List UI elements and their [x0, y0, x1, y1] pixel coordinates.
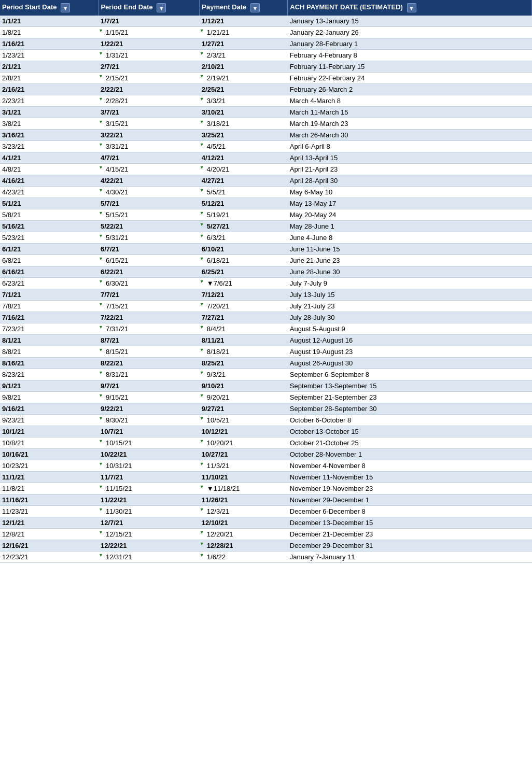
table-row: 9/23/21▼9/30/21▼10/5/21October 6-October… [0, 415, 532, 426]
ach-payment-cell: May 20-May 24 [288, 209, 532, 221]
period-start-cell: 7/16/21 [0, 312, 99, 323]
period-end-cell: ▼5/31/21 [99, 232, 200, 244]
payment-date-cell: ▼4/5/21 [200, 141, 288, 152]
ach-payment-cell: May 13-May 17 [288, 198, 532, 209]
payment-date-cell: 1/27/21 [200, 38, 288, 50]
period-end-cell: 11/7/21 [99, 472, 200, 483]
table-row: 10/1/2110/7/2110/12/21October 13-October… [0, 426, 532, 437]
period-end-cell: ▼2/28/21 [99, 95, 200, 107]
green-arrow-payment-icon: ▼ [200, 96, 204, 102]
table-row: 9/8/21▼9/15/21▼9/20/21September 21-Septe… [0, 392, 532, 403]
table-row: 12/16/2112/22/21▼12/28/21December 29-Dec… [0, 540, 532, 552]
green-arrow-icon: ▼ [99, 324, 103, 330]
ach-payment-cell: December 13-December 15 [288, 517, 532, 529]
period-end-cell: 12/7/21 [99, 517, 200, 529]
period-start-cell: 12/8/21 [0, 529, 99, 540]
sort-period-end[interactable]: ▼ [157, 3, 166, 12]
ach-payment-cell: October 21-October 25 [288, 437, 532, 449]
sort-ach-payment[interactable]: ▼ [407, 3, 416, 12]
period-end-cell: 11/22/21 [99, 494, 200, 506]
payment-date-cell: 3/25/21 [200, 130, 288, 141]
period-start-cell: 4/1/21 [0, 152, 99, 164]
green-arrow-icon: ▼ [99, 28, 103, 33]
payment-date-cell: ▼9/3/21 [200, 369, 288, 380]
green-arrow-icon: ▼ [99, 256, 103, 261]
period-end-cell: 9/7/21 [99, 380, 200, 392]
period-end-cell: ▼11/15/21 [99, 483, 200, 494]
table-row: 3/1/213/7/213/10/21March 11-March 15 [0, 107, 532, 118]
payment-date-cell: 9/27/21 [200, 403, 288, 415]
period-end-cell: 4/7/21 [99, 152, 200, 164]
table-row: 10/8/21▼10/15/21▼10/20/21October 21-Octo… [0, 437, 532, 449]
green-arrow-icon: ▼ [99, 165, 103, 170]
period-end-cell: ▼3/31/21 [99, 141, 200, 152]
period-start-cell: 10/8/21 [0, 437, 99, 449]
ach-payment-cell: June 21-June 23 [288, 255, 532, 266]
green-arrow-payment-icon: ▼ [200, 507, 204, 512]
green-arrow-special-icon: ▼ [200, 541, 204, 546]
period-end-cell: ▼8/15/21 [99, 346, 200, 358]
period-start-cell: 10/16/21 [0, 449, 99, 460]
table-row: 3/16/213/22/213/25/21March 26-March 30 [0, 130, 532, 141]
table-row: 4/8/21▼4/15/21▼4/20/21April 21-April 23 [0, 164, 532, 175]
payment-date-cell: ▼12/20/21 [200, 529, 288, 540]
payment-date-cell: 1/12/21 [200, 16, 288, 27]
payment-date-cell: 10/12/21 [200, 426, 288, 437]
ach-payment-cell: June 11-June 15 [288, 244, 532, 255]
period-start-cell: 2/16/21 [0, 84, 99, 95]
green-arrow-payment-icon: ▼ [200, 233, 204, 238]
period-start-cell: 3/8/21 [0, 118, 99, 130]
table-row: 9/1/219/7/219/10/21September 13-Septembe… [0, 380, 532, 392]
table-row: 7/16/217/22/217/27/21July 28-July 30 [0, 312, 532, 323]
green-arrow-icon: ▼ [99, 210, 103, 216]
payment-date-cell: 3/10/21 [200, 107, 288, 118]
period-end-cell: 2/22/21 [99, 84, 200, 95]
ach-payment-cell: July 7-July 9 [288, 278, 532, 289]
ach-payment-cell: February 22-February 24 [288, 73, 532, 84]
table-row: 4/1/214/7/214/12/21April 13-April 15 [0, 152, 532, 164]
green-arrow-payment-icon: ▼ [200, 51, 204, 56]
green-arrow-payment-icon: ▼ [200, 530, 204, 535]
ach-payment-cell: November 19-November 23 [288, 483, 532, 494]
table-row: 10/16/2110/22/2110/27/21October 28-Novem… [0, 449, 532, 460]
table-row: 7/8/21▼7/15/21▼7/20/21July 21-July 23 [0, 301, 532, 312]
period-end-cell: 3/7/21 [99, 107, 200, 118]
ach-payment-cell: February 11-February 15 [288, 61, 532, 73]
green-arrow-payment-icon: ▼ [200, 553, 204, 558]
ach-payment-cell: September 28-September 30 [288, 403, 532, 415]
ach-payment-cell: November 4-November 8 [288, 460, 532, 472]
period-start-cell: 5/1/21 [0, 198, 99, 209]
green-arrow-payment-icon: ▼ [200, 165, 204, 170]
payment-date-cell: 2/10/21 [200, 61, 288, 73]
period-start-cell: 2/1/21 [0, 61, 99, 73]
ach-payment-cell: May 6-May 10 [288, 187, 532, 198]
table-row: 2/8/21▼2/15/21▼2/19/21February 22-Februa… [0, 73, 532, 84]
period-end-cell: 10/7/21 [99, 426, 200, 437]
table-row: 11/1/2111/7/2111/10/21November 11-Novemb… [0, 472, 532, 483]
green-arrow-payment-icon: ▼ [200, 142, 204, 147]
table-row: 11/23/21▼11/30/21▼12/3/21December 6-Dece… [0, 506, 532, 517]
period-end-cell: 2/7/21 [99, 61, 200, 73]
sort-payment-date[interactable]: ▼ [250, 3, 260, 12]
period-end-cell: 7/7/21 [99, 289, 200, 301]
green-arrow-icon: ▼ [99, 530, 103, 535]
table-row: 1/16/211/22/211/27/21January 28-February… [0, 38, 532, 50]
table-row: 7/1/217/7/217/12/21July 13-July 15 [0, 289, 532, 301]
period-start-cell: 8/16/21 [0, 358, 99, 369]
ach-payment-cell: October 13-October 15 [288, 426, 532, 437]
green-arrow-icon: ▼ [99, 302, 103, 307]
table-row: 8/23/21▼8/31/21▼9/3/21September 6-Septem… [0, 369, 532, 380]
sort-period-start[interactable]: ▼ [61, 3, 70, 12]
period-start-cell: 4/8/21 [0, 164, 99, 175]
payment-date-cell: ▼▼11/18/21 [200, 483, 288, 494]
payment-date-cell: ▼3/3/21 [200, 95, 288, 107]
table-row: 3/8/21▼3/15/21▼3/18/21March 19-March 23 [0, 118, 532, 130]
header-period-start: Period Start Date ▼ [0, 0, 99, 16]
payment-date-cell: ▼2/19/21 [200, 73, 288, 84]
table-row: 6/16/216/22/216/25/21June 28-June 30 [0, 266, 532, 278]
payment-date-cell: 8/11/21 [200, 335, 288, 346]
period-end-cell: 10/22/21 [99, 449, 200, 460]
period-end-cell: ▼4/15/21 [99, 164, 200, 175]
payment-date-cell: 6/10/21 [200, 244, 288, 255]
payment-date-cell: ▼7/20/21 [200, 301, 288, 312]
